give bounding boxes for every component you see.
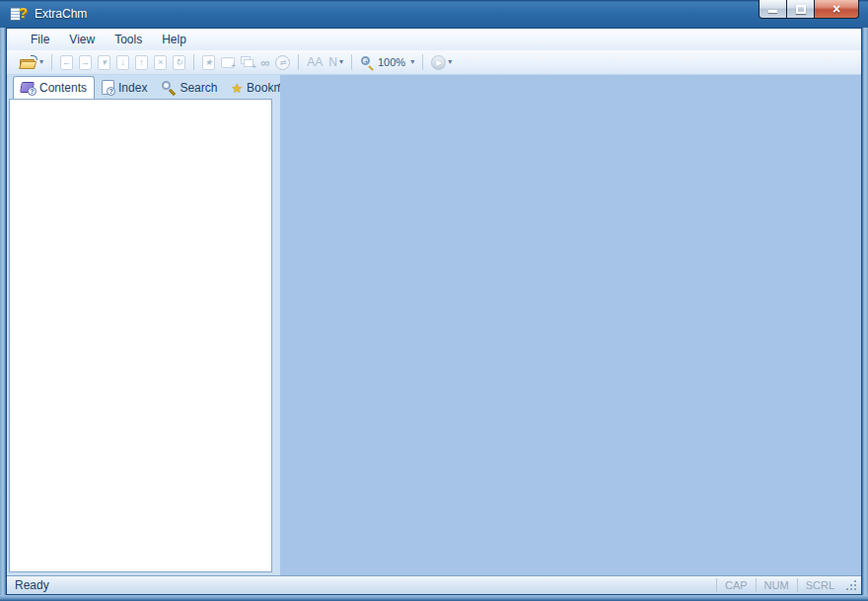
tab-contents-label: Contents — [39, 81, 87, 95]
encoding-icon: N — [328, 56, 337, 68]
binoculars-icon: ∞ — [260, 56, 269, 69]
panel-plus-icon: + — [221, 57, 235, 68]
magnifier-icon — [161, 80, 176, 95]
maximize-icon — [796, 5, 806, 14]
minimize-icon — [768, 10, 777, 13]
sync-button[interactable]: ⇄ — [272, 53, 293, 72]
tab-search[interactable]: Search — [154, 77, 224, 99]
titlebar[interactable]: ? ExtraChm × — [0, 0, 868, 28]
client-area: File View Tools Help ▾ ← → ▾ ↓ — [6, 28, 862, 595]
resize-grip[interactable] — [845, 579, 858, 592]
toolbar-separator — [298, 54, 299, 70]
document-view — [280, 75, 861, 575]
status-text: Ready — [15, 578, 716, 592]
play-dropdown-caret[interactable]: ▾ — [448, 58, 452, 66]
encoding-dropdown-caret[interactable]: ▾ — [339, 58, 343, 66]
close-page-button[interactable]: × — [151, 53, 170, 72]
caps-lock-indicator: CAP — [716, 578, 756, 592]
forward-page-icon: → — [79, 55, 92, 70]
down-page-icon: ↓ — [116, 55, 129, 70]
menubar: File View Tools Help — [7, 29, 861, 50]
window-bottom-border — [0, 595, 868, 601]
toolbar-separator — [193, 54, 194, 70]
windows-plus-icon: + — [241, 56, 254, 68]
stop-button[interactable]: ▾ — [95, 53, 113, 72]
tab-bar: ? Contents ? Index Search — [7, 75, 280, 99]
scroll-lock-indicator: SCRL — [797, 578, 842, 592]
open-dropdown-caret[interactable]: ▾ — [39, 58, 43, 66]
up-page-icon: ↑ — [135, 55, 148, 70]
book-help-icon: ? — [21, 82, 36, 94]
toolbar-separator — [351, 54, 352, 70]
app-icon: ? — [10, 6, 28, 23]
encoding-button[interactable]: N ▾ — [326, 54, 346, 70]
workspace: ? Contents ? Index Search — [7, 75, 861, 575]
open-folder-icon — [19, 55, 37, 69]
refresh-button[interactable]: ↻ — [170, 53, 188, 72]
add-bookmark-button[interactable]: ★ — [199, 53, 218, 72]
tab-contents[interactable]: ? Contents — [13, 76, 95, 99]
find-button[interactable]: ∞ — [257, 54, 272, 71]
toolbar-separator — [422, 54, 423, 70]
toolbar: ▾ ← → ▾ ↓ ↑ × ↻ — [7, 50, 861, 75]
close-button[interactable]: × — [815, 0, 859, 19]
open-button[interactable]: ▾ — [16, 53, 46, 71]
window-controls: × — [759, 0, 859, 19]
close-icon: × — [832, 2, 840, 16]
next-topic-button[interactable]: ↓ — [113, 53, 132, 72]
add-panel-button[interactable]: + — [218, 55, 238, 70]
menu-help[interactable]: Help — [152, 30, 196, 49]
back-button[interactable]: ← — [57, 53, 76, 72]
star-page-icon: ★ — [202, 55, 215, 70]
menu-tools[interactable]: Tools — [105, 30, 152, 49]
menu-file[interactable]: File — [21, 30, 59, 49]
statusbar: Ready CAP NUM SCRL — [7, 575, 861, 594]
star-icon: ★ — [231, 82, 243, 95]
stop-page-icon: ▾ — [98, 55, 110, 70]
page-question-icon: ? — [102, 80, 114, 95]
app-window: ? ExtraChm × File View Tools Help — [0, 0, 868, 601]
play-icon: ▶ — [431, 55, 446, 70]
contents-tree-panel[interactable] — [9, 99, 272, 572]
back-page-icon: ← — [60, 55, 73, 70]
toolbar-separator — [51, 54, 52, 70]
minimize-button[interactable] — [759, 0, 787, 19]
tab-index-label: Index — [118, 81, 147, 95]
app-icon-question: ? — [19, 4, 28, 21]
font-size-icon: AA — [307, 56, 323, 68]
zoom-in-icon: + — [360, 55, 375, 70]
close-page-icon: × — [154, 55, 167, 70]
zoom-dropdown-caret[interactable]: ▾ — [410, 58, 414, 66]
sync-pages-icon: ⇄ — [275, 55, 290, 70]
previous-topic-button[interactable]: ↑ — [132, 53, 151, 72]
refresh-page-icon: ↻ — [173, 55, 185, 70]
maximize-button[interactable] — [787, 0, 815, 19]
zoom-level: 100% — [378, 56, 405, 68]
tab-search-label: Search — [180, 81, 217, 95]
tab-index[interactable]: ? Index — [95, 77, 154, 99]
zoom-button[interactable]: + 100% ▾ — [357, 53, 417, 72]
menu-view[interactable]: View — [59, 30, 105, 49]
forward-button[interactable]: → — [76, 53, 95, 72]
new-window-button[interactable]: + — [238, 54, 257, 70]
play-button[interactable]: ▶ ▾ — [428, 53, 455, 72]
font-size-button[interactable]: AA — [304, 54, 326, 70]
num-lock-indicator: NUM — [756, 578, 797, 592]
window-title: ExtraChm — [35, 7, 87, 21]
